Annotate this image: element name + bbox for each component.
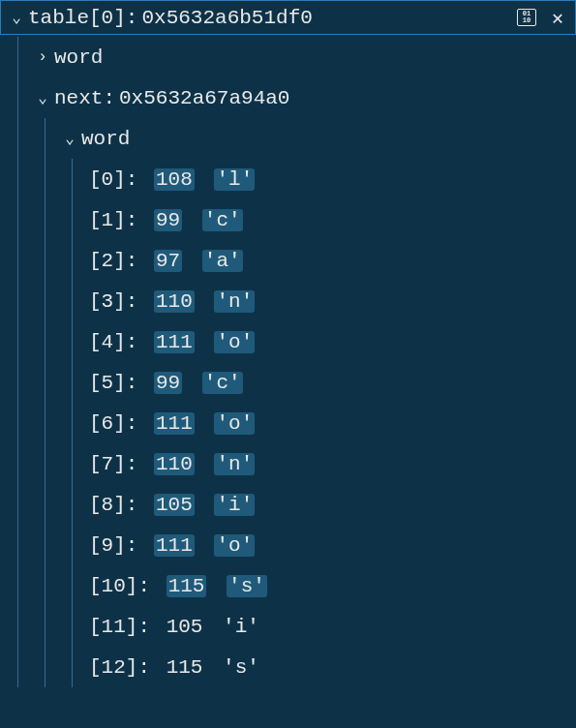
- array-item-content: [3]: 110 'n': [89, 290, 255, 313]
- array-value-char: 'n': [214, 290, 255, 313]
- close-icon[interactable]: ✕: [548, 8, 567, 27]
- tree-content: › word ⌄ next: 0x5632a67a94a0 ⌄ word [0]…: [0, 35, 576, 687]
- tree-row-array-item[interactable]: [11]: 105 'i': [0, 606, 576, 647]
- array-value-char: 'i': [223, 616, 259, 638]
- tree-label: word: [54, 46, 103, 69]
- array-index: [8]:: [89, 494, 150, 516]
- array-value-num: 115: [167, 656, 203, 679]
- array-index: [7]:: [89, 453, 150, 475]
- array-index: [11]:: [89, 616, 163, 638]
- array-index: [3]:: [89, 290, 150, 313]
- array-value-num: 111: [154, 412, 195, 435]
- array-value-num: 99: [154, 209, 182, 231]
- header-title-area: ⌄ table[0]: 0x5632a6b51df0: [9, 7, 517, 29]
- array-item-content: [7]: 110 'n': [89, 453, 255, 475]
- array-index: [12]:: [89, 656, 163, 679]
- array-value-char: 's': [223, 656, 259, 679]
- tree-row-array-item[interactable]: [4]: 111 'o': [0, 321, 576, 362]
- array-item-content: [4]: 111 'o': [89, 331, 255, 353]
- tree-row-array-item[interactable]: [8]: 105 'i': [0, 484, 576, 525]
- tree-row-array-item[interactable]: [9]: 111 'o': [0, 525, 576, 565]
- chevron-right-icon[interactable]: ›: [35, 48, 50, 66]
- array-item-content: [6]: 111 'o': [89, 412, 255, 435]
- array-item-content: [10]: 115 's': [89, 575, 267, 597]
- tree-row-array-item[interactable]: [3]: 110 'n': [0, 281, 576, 321]
- tree-row-array-item[interactable]: [12]: 115 's': [0, 647, 576, 687]
- array-value-num: 105: [154, 494, 195, 516]
- tree-label: word: [81, 128, 130, 150]
- tree-row-word-expanded[interactable]: ⌄ word: [0, 118, 576, 159]
- array-item-content: [9]: 111 'o': [89, 534, 255, 557]
- array-value-char: 'o': [214, 412, 255, 435]
- array-value-num: 105: [167, 616, 203, 638]
- array-value-char: 'c': [202, 372, 243, 394]
- array-index: [1]:: [89, 209, 150, 231]
- array-value-char: 'o': [214, 331, 255, 353]
- array-index: [0]:: [89, 168, 150, 191]
- array-item-content: [11]: 105 'i': [89, 616, 259, 638]
- tree-row-array-item[interactable]: [6]: 111 'o': [0, 403, 576, 443]
- tree-value: 0x5632a67a94a0: [119, 87, 289, 109]
- array-index: [2]:: [89, 250, 150, 272]
- binary-view-icon[interactable]: 0110: [517, 8, 536, 27]
- array-item-content: [1]: 99 'c': [89, 209, 243, 231]
- tree-row-array-item[interactable]: [10]: 115 's': [0, 565, 576, 606]
- array-value-num: 110: [154, 290, 195, 313]
- array-index: [6]:: [89, 412, 150, 435]
- chevron-down-icon[interactable]: ⌄: [9, 8, 24, 27]
- array-value-char: 'i': [214, 494, 255, 516]
- array-value-char: 'o': [214, 534, 255, 557]
- panel-header[interactable]: ⌄ table[0]: 0x5632a6b51df0 0110 ✕: [0, 0, 576, 35]
- array-value-char: 'l': [214, 168, 255, 191]
- tree-row-array-item[interactable]: [0]: 108 'l': [0, 159, 576, 199]
- tree-label: next:: [54, 87, 115, 109]
- tree-row-array-item[interactable]: [2]: 97 'a': [0, 240, 576, 281]
- array-item-content: [12]: 115 's': [89, 656, 259, 679]
- header-actions: 0110 ✕: [517, 8, 567, 27]
- array-item-content: [2]: 97 'a': [89, 250, 243, 272]
- header-title-prefix: table[0]:: [28, 7, 137, 29]
- tree-row-array-item[interactable]: [5]: 99 'c': [0, 362, 576, 403]
- array-index: [5]:: [89, 372, 150, 394]
- array-value-num: 108: [154, 168, 195, 191]
- array-index: [10]:: [89, 575, 163, 597]
- header-title-value: 0x5632a6b51df0: [141, 7, 312, 29]
- array-item-content: [5]: 99 'c': [89, 372, 243, 394]
- tree-row-next[interactable]: ⌄ next: 0x5632a67a94a0: [0, 77, 576, 118]
- array-value-num: 97: [154, 250, 182, 272]
- array-value-char: 'c': [202, 209, 243, 231]
- array-value-num: 110: [154, 453, 195, 475]
- array-value-char: 's': [227, 575, 267, 597]
- array-value-num: 99: [154, 372, 182, 394]
- array-value-num: 115: [167, 575, 207, 597]
- array-index: [9]:: [89, 534, 150, 557]
- array-index: [4]:: [89, 331, 150, 353]
- chevron-down-icon[interactable]: ⌄: [35, 88, 50, 107]
- array-item-content: [0]: 108 'l': [89, 168, 255, 191]
- array-value-num: 111: [154, 331, 195, 353]
- tree-row-array-item[interactable]: [1]: 99 'c': [0, 199, 576, 240]
- chevron-down-icon[interactable]: ⌄: [62, 129, 77, 148]
- tree-row-word-collapsed[interactable]: › word: [0, 37, 576, 77]
- array-value-char: 'n': [214, 453, 255, 475]
- array-value-char: 'a': [202, 250, 243, 272]
- array-item-content: [8]: 105 'i': [89, 494, 255, 516]
- array-value-num: 111: [154, 534, 195, 557]
- tree-row-array-item[interactable]: [7]: 110 'n': [0, 443, 576, 484]
